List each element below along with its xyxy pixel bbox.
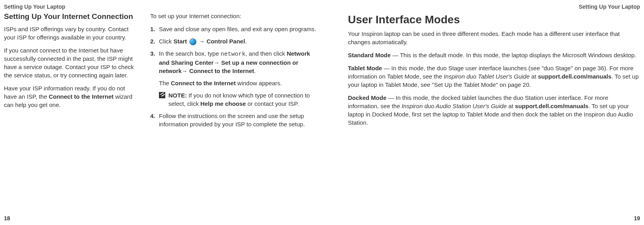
step-number: 2. bbox=[150, 37, 159, 45]
paragraph: Your Inspiron laptop can be used in thre… bbox=[348, 30, 640, 46]
step-body: Save and close any open files, and exit … bbox=[159, 25, 316, 33]
step-number: 3. bbox=[150, 49, 159, 75]
step-body: Follow the instructions on the screen an… bbox=[159, 112, 316, 128]
page-content: Setting Up Your Internet Connection ISPs… bbox=[0, 0, 644, 132]
running-header-right: Setting Up Your Laptop bbox=[579, 3, 640, 11]
step-2: 2. Click Start → Control Panel. bbox=[150, 37, 316, 45]
column-right: User Interface Modes Your Inspiron lapto… bbox=[328, 12, 640, 132]
intro-line: To set up your Internet connection: bbox=[150, 12, 316, 20]
step-body: Click Start → Control Panel. bbox=[159, 37, 316, 45]
note-icon bbox=[159, 92, 165, 98]
mode-tablet: Tablet Mode — In this mode, the duo Stag… bbox=[348, 64, 640, 89]
mode-standard: Standard Mode — This is the default mode… bbox=[348, 51, 640, 59]
note-block: NOTE: If you do not know which type of c… bbox=[159, 91, 316, 108]
step-4: 4. Follow the instructions on the screen… bbox=[150, 112, 316, 128]
step-3: 3. In the search box, type network, and … bbox=[150, 49, 316, 75]
running-header-left: Setting Up Your Laptop bbox=[4, 3, 65, 11]
section-heading-internet: Setting Up Your Internet Connection bbox=[4, 12, 138, 22]
section-heading-ui-modes: User Interface Modes bbox=[348, 12, 640, 27]
paragraph: ISPs and ISP offerings vary by country. … bbox=[4, 25, 138, 41]
column-left: Setting Up Your Internet Connection ISPs… bbox=[4, 12, 138, 132]
paragraph: Have your ISP information ready. If you … bbox=[4, 84, 138, 109]
step-number: 4. bbox=[150, 112, 159, 128]
page-number-right: 19 bbox=[634, 215, 640, 223]
step-3-result: The Connect to the Internet window appea… bbox=[159, 79, 316, 87]
column-middle: To set up your Internet connection: 1. S… bbox=[150, 12, 316, 132]
mode-docked: Docked Mode — In this mode, the docked t… bbox=[348, 94, 640, 127]
step-body: In the search box, type network, and the… bbox=[159, 49, 316, 75]
windows-start-icon bbox=[189, 38, 196, 45]
note-body: NOTE: If you do not know which type of c… bbox=[168, 91, 316, 108]
step-number: 1. bbox=[150, 25, 159, 33]
page-number-left: 18 bbox=[4, 215, 10, 223]
step-1: 1. Save and close any open files, and ex… bbox=[150, 25, 316, 33]
paragraph: If you cannot connect to the Internet bu… bbox=[4, 46, 138, 79]
